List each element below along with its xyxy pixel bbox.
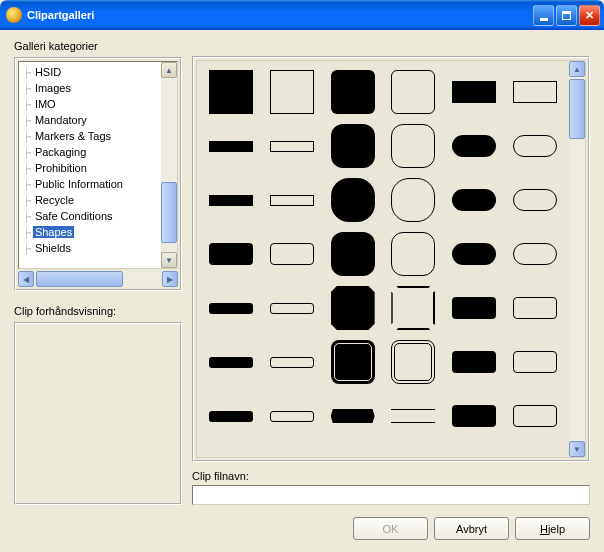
tree-item-markers-tags[interactable]: ├·Markers & Tags — [19, 128, 161, 144]
tree-item-packaging[interactable]: ├·Packaging — [19, 144, 161, 160]
tree-item-shields[interactable]: ├·Shields — [19, 240, 161, 256]
preview-label: Clip forhåndsvisning: — [14, 305, 182, 317]
gallery-thumb[interactable] — [264, 337, 321, 387]
gallery-thumb[interactable] — [506, 283, 563, 333]
scroll-right-button[interactable]: ▶ — [162, 271, 178, 287]
gallery-thumb[interactable] — [385, 121, 442, 171]
gallery-thumb[interactable] — [385, 67, 442, 117]
categories-label: Galleri kategorier — [14, 40, 182, 52]
tree-item-safe-conditions[interactable]: ├·Safe Conditions — [19, 208, 161, 224]
gallery-scroll-down[interactable]: ▼ — [569, 441, 585, 457]
gallery-thumb[interactable] — [324, 121, 381, 171]
tree-item-imo[interactable]: ├·IMO — [19, 96, 161, 112]
tree-vertical-scrollbar[interactable]: ▲ ▼ — [161, 62, 177, 268]
preview-pane — [14, 322, 182, 505]
gallery-thumb[interactable] — [324, 283, 381, 333]
gallery-thumb[interactable] — [203, 229, 260, 279]
tree-item-recycle[interactable]: ├·Recycle — [19, 192, 161, 208]
gallery-thumb[interactable] — [203, 337, 260, 387]
category-tree-container: ├·HSID├·Images├·IMO├·Mandatory├·Markers … — [14, 57, 182, 291]
ok-button[interactable]: OK — [353, 517, 428, 540]
gallery-scroll-up[interactable]: ▲ — [569, 61, 585, 77]
gallery-thumb[interactable] — [446, 121, 503, 171]
gallery-thumb[interactable] — [324, 229, 381, 279]
gallery-thumb[interactable] — [324, 391, 381, 441]
gallery-thumb[interactable] — [506, 175, 563, 225]
tree-item-hsid[interactable]: ├·HSID — [19, 64, 161, 80]
gallery-thumb[interactable] — [324, 337, 381, 387]
gallery-vertical-scrollbar[interactable]: ▲ ▼ — [569, 61, 585, 457]
gallery-thumb[interactable] — [446, 175, 503, 225]
gallery-thumb[interactable] — [203, 67, 260, 117]
gallery-thumb[interactable] — [506, 121, 563, 171]
gallery-thumb[interactable] — [446, 229, 503, 279]
window-title: Clipartgalleri — [27, 9, 94, 21]
gallery-thumb[interactable] — [203, 175, 260, 225]
gallery-grid[interactable] — [197, 61, 569, 457]
scroll-down-button[interactable]: ▼ — [161, 252, 177, 268]
tree-item-public-information[interactable]: ├·Public Information — [19, 176, 161, 192]
close-button[interactable] — [579, 5, 600, 26]
tree-item-images[interactable]: ├·Images — [19, 80, 161, 96]
gallery-thumb[interactable] — [385, 175, 442, 225]
gallery-thumb[interactable] — [446, 283, 503, 333]
gallery-container: ▲ ▼ — [192, 56, 590, 462]
titlebar[interactable]: Clipartgalleri — [0, 0, 604, 30]
gallery-thumb[interactable] — [264, 121, 321, 171]
maximize-button[interactable] — [556, 5, 577, 26]
category-tree[interactable]: ├·HSID├·Images├·IMO├·Mandatory├·Markers … — [19, 62, 161, 268]
gallery-thumb[interactable] — [506, 67, 563, 117]
gallery-thumb[interactable] — [385, 229, 442, 279]
filename-input[interactable] — [192, 485, 590, 505]
gallery-thumb[interactable] — [324, 67, 381, 117]
tree-item-shapes[interactable]: ├·Shapes — [19, 224, 161, 240]
gallery-thumb[interactable] — [324, 175, 381, 225]
gallery-thumb[interactable] — [385, 283, 442, 333]
gallery-thumb[interactable] — [385, 337, 442, 387]
gallery-thumb[interactable] — [264, 229, 321, 279]
tree-horizontal-scrollbar[interactable]: ◀ ▶ — [18, 271, 178, 287]
gallery-thumb[interactable] — [506, 391, 563, 441]
scroll-up-button[interactable]: ▲ — [161, 62, 177, 78]
gallery-thumb[interactable] — [203, 391, 260, 441]
gallery-thumb[interactable] — [446, 337, 503, 387]
gallery-thumb[interactable] — [203, 121, 260, 171]
gallery-thumb[interactable] — [203, 283, 260, 333]
cancel-button[interactable]: Avbryt — [434, 517, 509, 540]
gallery-thumb[interactable] — [264, 283, 321, 333]
gallery-thumb[interactable] — [264, 391, 321, 441]
filename-label: Clip filnavn: — [192, 470, 590, 482]
gallery-thumb[interactable] — [506, 337, 563, 387]
gallery-thumb[interactable] — [446, 391, 503, 441]
gallery-thumb[interactable] — [264, 67, 321, 117]
help-button[interactable]: Hjelp — [515, 517, 590, 540]
tree-item-prohibition[interactable]: ├·Prohibition — [19, 160, 161, 176]
app-icon — [6, 7, 22, 23]
gallery-thumb[interactable] — [506, 229, 563, 279]
scroll-left-button[interactable]: ◀ — [18, 271, 34, 287]
gallery-thumb[interactable] — [446, 67, 503, 117]
gallery-thumb[interactable] — [264, 175, 321, 225]
tree-item-mandatory[interactable]: ├·Mandatory — [19, 112, 161, 128]
minimize-button[interactable] — [533, 5, 554, 26]
gallery-thumb[interactable] — [385, 391, 442, 441]
